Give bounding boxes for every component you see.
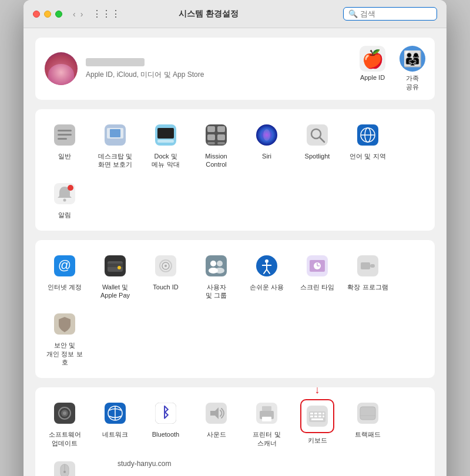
svg-point-40 xyxy=(164,265,167,267)
icon-item-siri[interactable]: Siri xyxy=(243,117,290,173)
icon-item-security[interactable]: 보안 및개인 정보 보호 xyxy=(41,306,88,370)
family-share-icon: 👨‍👩‍👧 xyxy=(400,46,425,72)
close-button[interactable] xyxy=(33,11,40,18)
icon-label-software: 소프트웨어업데이트 xyxy=(49,430,81,447)
svg-rect-6 xyxy=(110,129,120,137)
main-content: Apple ID, iCloud, 미디어 및 App Store 🍎 Appl… xyxy=(24,28,446,476)
search-box[interactable]: 🔍 xyxy=(343,7,437,21)
icon-internet: @ xyxy=(51,252,79,280)
icon-label-language: 언어 및 지역 xyxy=(350,152,385,160)
svg-rect-11 xyxy=(157,140,174,143)
icon-item-general[interactable]: 일반 xyxy=(41,117,88,173)
fullscreen-button[interactable] xyxy=(55,11,62,18)
svg-rect-41 xyxy=(206,255,227,276)
icon-label-network: 네트워크 xyxy=(102,430,128,438)
icon-label-users: 사용자및 그룹 xyxy=(206,283,227,300)
icon-item-software[interactable]: 소프트웨어업데이트 xyxy=(41,396,88,451)
svg-rect-74 xyxy=(262,406,271,411)
icon-item-network[interactable]: 네트워크 xyxy=(92,396,139,451)
svg-rect-15 xyxy=(207,134,215,140)
svg-rect-81 xyxy=(323,413,324,414)
icon-label-sound: 사운드 xyxy=(207,430,226,438)
svg-rect-79 xyxy=(314,413,317,414)
svg-rect-1 xyxy=(58,130,72,131)
svg-point-47 xyxy=(265,259,268,263)
icon-item-printer[interactable]: 프린터 및스캐너 xyxy=(243,396,290,451)
profile-info: Apple ID, iCloud, 미디어 및 App Store xyxy=(86,58,351,80)
icon-language xyxy=(354,121,382,149)
icon-accessibility xyxy=(253,252,281,280)
icon-item-sound[interactable]: 사운드 xyxy=(193,396,240,451)
icon-item-screentime[interactable]: 스크린 타임 xyxy=(294,248,341,303)
icon-mission xyxy=(202,121,230,149)
svg-point-20 xyxy=(263,129,270,141)
icon-item-mission[interactable]: MissionControl xyxy=(193,117,240,173)
svg-point-64 xyxy=(63,411,66,415)
svg-text:@: @ xyxy=(58,258,71,272)
row3-section: study-hanyu.com 소프트웨어업데이트네트워크ᛒBluetooth사… xyxy=(35,387,435,476)
icon-siri xyxy=(253,121,281,149)
icon-label-general: 일반 xyxy=(58,152,71,160)
icon-sound xyxy=(202,399,230,427)
icon-item-touchid[interactable]: Touch ID xyxy=(142,248,189,303)
icon-label-touchid: Touch ID xyxy=(153,283,178,291)
icon-item-trackpad[interactable]: 트랙패드 xyxy=(344,396,391,451)
icon-item-spotlight[interactable]: Spotlight xyxy=(294,117,341,173)
icon-item-users[interactable]: 사용자및 그룹 xyxy=(193,248,240,303)
icon-label-mission: MissionControl xyxy=(205,152,227,169)
apple-id-icon: 🍎 xyxy=(360,46,385,72)
icon-item-dock[interactable]: Dock 및메뉴 막대 xyxy=(142,117,189,173)
apple-id-label: Apple ID xyxy=(360,74,385,81)
svg-text:ᛒ: ᛒ xyxy=(162,404,170,420)
icon-label-keyboard: 키보드 xyxy=(308,436,327,444)
system-preferences-window: ‹ › ⋮⋮⋮ 시스템 환경설정 🔍 Apple ID, iCloud, 미디어… xyxy=(24,0,446,476)
icon-label-security: 보안 및개인 정보 보호 xyxy=(43,341,86,366)
svg-rect-80 xyxy=(318,413,321,414)
icon-label-dock: Dock 및메뉴 막대 xyxy=(152,152,179,169)
icon-label-printer: 프린터 및스캐너 xyxy=(253,430,280,447)
icon-item-desktop[interactable]: 데스크탑 및화면 보호기 xyxy=(92,117,139,173)
icon-printer xyxy=(253,399,281,427)
svg-rect-7 xyxy=(113,139,117,141)
svg-rect-78 xyxy=(310,413,313,414)
back-button[interactable]: ‹ xyxy=(72,9,77,19)
svg-rect-88 xyxy=(360,407,375,420)
family-share-icon-item[interactable]: 👨‍👩‍👧 가족공유 xyxy=(400,46,425,92)
icon-label-internet: 인터넷 계정 xyxy=(48,283,82,291)
icon-item-keyboard[interactable]: ↓ 키보드 xyxy=(294,396,341,451)
row3-grid: 소프트웨어업데이트네트워크ᛒBluetooth사운드프린터 및스캐너 ↓ 키보드… xyxy=(41,396,429,476)
icon-trackpad xyxy=(354,399,382,427)
icon-item-extensions[interactable]: 확장 프로그램 xyxy=(344,248,391,303)
search-icon: 🔍 xyxy=(348,9,358,18)
icon-desktop xyxy=(101,121,129,149)
icon-item-bluetooth[interactable]: ᛒBluetooth xyxy=(142,396,189,451)
minimize-button[interactable] xyxy=(44,11,51,18)
svg-point-42 xyxy=(210,261,216,266)
icon-label-notification: 알림 xyxy=(58,211,71,219)
icon-label-extensions: 확장 프로그램 xyxy=(347,283,388,291)
icon-wallet xyxy=(101,252,129,280)
icon-item-internet[interactable]: @인터넷 계정 xyxy=(41,248,88,303)
apple-id-icon-item[interactable]: 🍎 Apple ID xyxy=(360,46,385,92)
icon-bluetooth: ᛒ xyxy=(152,399,180,427)
icon-notification xyxy=(51,180,79,208)
icon-label-spotlight: Spotlight xyxy=(305,152,330,160)
svg-point-44 xyxy=(217,261,223,266)
search-input[interactable] xyxy=(360,9,431,18)
icon-screentime xyxy=(303,252,331,280)
traffic-lights xyxy=(33,11,62,18)
icon-label-desktop: 데스크탑 및화면 보호기 xyxy=(98,152,132,169)
icon-label-trackpad: 트랙패드 xyxy=(355,430,381,438)
icon-item-accessibility[interactable]: 손쉬운 사용 xyxy=(243,248,290,303)
svg-rect-14 xyxy=(217,126,225,132)
icon-item-wallet[interactable]: Wallet 및Apple Pay xyxy=(92,248,139,303)
icon-mouse xyxy=(51,458,79,476)
icon-item-mouse[interactable]: 마우스 xyxy=(41,454,88,476)
svg-point-45 xyxy=(215,268,224,274)
svg-rect-8 xyxy=(111,141,119,142)
icon-item-notification[interactable]: 알림 xyxy=(41,176,88,222)
svg-rect-10 xyxy=(157,128,174,139)
icon-extensions xyxy=(354,252,382,280)
icon-item-language[interactable]: 언어 및 지역 xyxy=(344,117,391,173)
icon-dock xyxy=(152,121,180,149)
